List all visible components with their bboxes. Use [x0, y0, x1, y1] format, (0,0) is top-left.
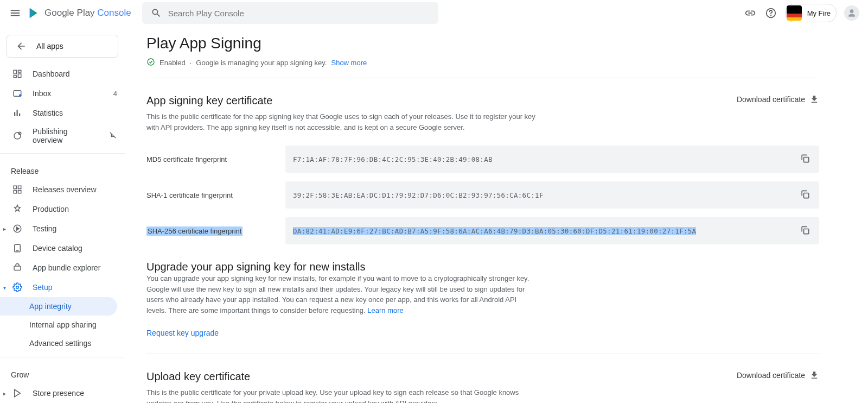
divider	[0, 357, 125, 357]
releases-icon	[12, 184, 23, 195]
download-cert-1[interactable]: Download certificate	[737, 95, 819, 104]
svg-rect-5	[18, 74, 21, 78]
fp-sha256-box: DA:82:41:AD:E9:6F:27:BC:AD:B7:A5:9F:58:6…	[285, 217, 819, 244]
nav-publishing-overview[interactable]: Publishing overview	[0, 123, 125, 149]
fp-sha1-row: SHA-1 certificate fingerprint 39:2F:58:3…	[146, 181, 819, 209]
play-console-logo[interactable]: Google Play Console	[28, 7, 131, 19]
status-line: Enabled · Google is managing your app si…	[146, 58, 819, 78]
svg-rect-3	[14, 70, 16, 74]
all-apps-button[interactable]: All apps	[7, 35, 118, 58]
profile-avatar[interactable]	[844, 5, 859, 21]
section2-title: Upgrade your app signing key for new ins…	[146, 261, 819, 273]
svg-rect-17	[18, 191, 21, 193]
nav-releases-overview[interactable]: Releases overview	[0, 180, 125, 199]
status-text: Google is managing your app signing key.	[196, 59, 327, 67]
setup-icon	[12, 282, 23, 293]
fp-sha256-label: SHA-256 certificate fingerprint	[146, 226, 242, 236]
link-icon[interactable]	[744, 7, 757, 20]
search-input[interactable]	[168, 9, 430, 18]
fp-md5-value: F7:1A:AF:78:7F:96:DB:4C:2C:95:3E:40:2B:4…	[293, 155, 493, 163]
download-cert-2[interactable]: Download certificate	[737, 370, 819, 380]
nav-app-integrity[interactable]: App integrity	[0, 297, 117, 316]
section1-desc: This is the public certificate for the a…	[146, 111, 537, 133]
store-presence-icon	[12, 388, 23, 399]
nav-advanced-settings[interactable]: Advanced settings	[0, 334, 125, 352]
grow-header: Grow	[0, 362, 125, 383]
statistics-icon	[12, 108, 23, 118]
logo-text: Google Play Console	[44, 8, 131, 18]
help-icon[interactable]	[764, 7, 777, 20]
copy-sha1-button[interactable]	[800, 189, 812, 201]
section-divider	[146, 354, 819, 354]
nav-dashboard[interactable]: Dashboard	[0, 64, 125, 84]
fp-sha256-row: SHA-256 certificate fingerprint DA:82:41…	[146, 217, 819, 244]
download-icon	[809, 95, 819, 104]
sidebar: All apps Dashboard Inbox 4 Statistics Pu…	[0, 30, 125, 403]
bundle-icon	[12, 262, 23, 273]
fp-sha256-value: DA:82:41:AD:E9:6F:27:BC:AD:B7:A5:9F:58:6…	[293, 227, 696, 235]
fp-md5-label: MD5 certificate fingerprint	[146, 155, 285, 163]
app-signing-key-section: App signing key certificate Download cer…	[146, 95, 819, 244]
nav-internal-app-sharing[interactable]: Internal app sharing	[0, 316, 125, 334]
fp-sha1-value: 39:2F:58:3E:AB:EA:DC:D1:79:92:D7:D6:0C:B…	[293, 191, 544, 199]
hamburger-menu-icon[interactable]	[9, 7, 22, 20]
section1-title: App signing key certificate	[146, 95, 272, 107]
account-name: My Fire	[807, 9, 834, 17]
inbox-count: 4	[113, 90, 117, 98]
svg-rect-4	[18, 70, 21, 72]
svg-point-12	[14, 133, 21, 139]
nav-store-presence[interactable]: Store presence	[0, 383, 125, 403]
nav-testing[interactable]: Testing	[0, 219, 125, 238]
production-icon	[12, 204, 23, 215]
request-key-upgrade-link[interactable]: Request key upgrade	[146, 329, 819, 337]
learn-more-link[interactable]: Learn more	[367, 306, 403, 314]
svg-rect-11	[19, 114, 20, 116]
page-title: Play App Signing	[146, 35, 819, 52]
search-bar[interactable]	[142, 2, 438, 24]
nav-statistics[interactable]: Statistics	[0, 103, 125, 123]
search-icon	[151, 8, 162, 18]
release-header: Release	[0, 158, 125, 180]
svg-point-1	[770, 15, 771, 16]
svg-rect-26	[804, 193, 809, 198]
svg-rect-16	[14, 191, 16, 193]
show-more-link[interactable]: Show more	[331, 59, 367, 67]
header-actions: My Fire	[744, 4, 859, 22]
svg-rect-15	[18, 186, 21, 188]
svg-rect-6	[14, 75, 16, 78]
nav-production[interactable]: Production	[0, 199, 125, 219]
svg-point-2	[850, 9, 854, 13]
account-selector[interactable]: My Fire	[785, 4, 837, 22]
check-icon	[146, 58, 155, 68]
play-logo-icon	[28, 7, 40, 19]
nav-setup[interactable]: Setup	[0, 278, 125, 297]
copy-sha256-button[interactable]	[800, 225, 812, 237]
fp-md5-box: F7:1A:AF:78:7F:96:DB:4C:2C:95:3E:40:2B:4…	[285, 146, 819, 173]
svg-rect-27	[804, 229, 809, 234]
top-header: Google Play Console My Fire	[0, 0, 868, 26]
fp-sha1-label: SHA-1 certificate fingerprint	[146, 191, 285, 199]
fp-md5-row: MD5 certificate fingerprint F7:1A:AF:78:…	[146, 146, 819, 173]
svg-marker-19	[17, 227, 20, 230]
account-thumb-icon	[787, 5, 802, 21]
fp-sha1-box: 39:2F:58:3E:AB:EA:DC:D1:79:92:D7:D6:0C:B…	[285, 181, 819, 209]
svg-rect-25	[804, 158, 809, 162]
testing-icon	[12, 223, 23, 234]
nav-device-catalog[interactable]: Device catalog	[0, 238, 125, 258]
copy-md5-button[interactable]	[800, 153, 812, 165]
divider	[0, 153, 125, 154]
main-content: Play App Signing Enabled · Google is man…	[125, 30, 841, 403]
managed-pub-off-icon	[108, 131, 117, 141]
upgrade-key-section: Upgrade your app signing key for new ins…	[146, 261, 819, 337]
device-icon	[12, 243, 23, 254]
nav-inbox[interactable]: Inbox 4	[0, 84, 125, 103]
dashboard-icon	[12, 68, 23, 79]
nav-app-bundle-explorer[interactable]: App bundle explorer	[0, 258, 125, 278]
svg-rect-10	[17, 110, 18, 116]
section3-desc: This is the public certificate for your …	[146, 387, 537, 403]
download-icon	[809, 370, 819, 380]
inbox-icon	[12, 88, 23, 99]
svg-point-8	[19, 95, 22, 97]
svg-rect-14	[14, 186, 16, 188]
upload-key-section: Upload key certificate Download certific…	[146, 370, 819, 403]
